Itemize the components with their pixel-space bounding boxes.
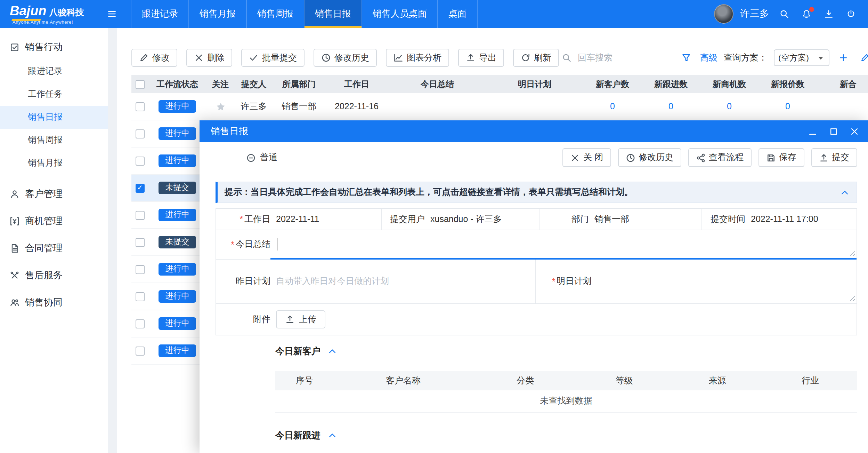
sidebar-item-跟进记录[interactable]: 跟进记录 — [0, 60, 108, 83]
menu-toggle-icon[interactable] — [104, 6, 120, 22]
row-checkbox[interactable] — [135, 292, 144, 301]
column-header-新报价数[interactable]: 新报价数 — [759, 78, 817, 90]
collapse-hint-icon[interactable] — [839, 188, 849, 197]
column-header-关注[interactable]: 关注 — [206, 78, 234, 90]
maximize-icon[interactable] — [828, 126, 839, 137]
search-box — [559, 50, 642, 65]
notifications-icon[interactable] — [798, 6, 814, 22]
star-icon[interactable] — [215, 101, 226, 112]
top-tab-销售周报[interactable]: 销售周报 — [246, 0, 304, 28]
column-header-新商机数[interactable]: 新商机数 — [700, 78, 759, 90]
download-icon[interactable] — [821, 6, 836, 22]
search-input[interactable] — [578, 53, 642, 63]
sidebar-item-销售月报[interactable]: 销售月报 — [0, 152, 108, 175]
top-tab-销售月报[interactable]: 销售月报 — [188, 0, 246, 28]
modal-view-flow-button[interactable]: 查看流程 — [688, 148, 751, 167]
clock-icon — [625, 153, 635, 162]
count-link[interactable]: 0 — [700, 102, 759, 111]
row-checkbox[interactable] — [135, 129, 144, 138]
row-checkbox[interactable] — [135, 102, 144, 111]
form-mode-toggle[interactable]: 普通 — [246, 152, 277, 164]
top-tab-销售人员桌面[interactable]: 销售人员桌面 — [362, 0, 437, 28]
status-badge: 进行中 — [159, 127, 196, 140]
workday-value[interactable]: 2022-11-11 — [270, 209, 319, 230]
sidebar-module-售后服务[interactable]: 售后服务 — [0, 262, 108, 289]
sidebar-module-商机管理[interactable]: 商机管理 — [0, 207, 108, 235]
count-link[interactable]: 0 — [642, 102, 700, 111]
minimize-icon[interactable] — [807, 126, 818, 137]
toolbar-export-button[interactable]: 导出 — [458, 49, 504, 67]
toolbar-check-button[interactable]: 批量提交 — [241, 49, 305, 67]
close-icon — [570, 153, 580, 162]
count-link[interactable]: 0 — [583, 102, 642, 111]
table-row[interactable]: 进行中许三多销售一部2022-11-160000 — [131, 93, 868, 120]
modal-history-button[interactable]: 修改历史 — [618, 148, 681, 167]
section-table: 序号客户名称分类等级来源行业未查找到数据 — [275, 371, 857, 413]
toolbar-clock-button[interactable]: 修改历史 — [314, 49, 377, 67]
upload-button[interactable]: 上传 — [276, 310, 325, 328]
app-window: Bajun 八骏科技 Anyone,Anytime,Anywhere! 跟进记录… — [0, 0, 868, 453]
resize-handle[interactable] — [849, 295, 855, 301]
column-header-工作日[interactable]: 工作日 — [325, 78, 389, 90]
resize-handle[interactable] — [849, 250, 855, 256]
top-tab-销售日报[interactable]: 销售日报 — [304, 0, 362, 28]
sidebar-item-工作任务[interactable]: 工作任务 — [0, 83, 108, 106]
section-title-今日新客户[interactable]: 今日新客户 — [275, 344, 857, 359]
row-checkbox[interactable] — [135, 319, 144, 328]
export-icon — [466, 53, 476, 63]
sidebar-item-销售周报[interactable]: 销售周报 — [0, 129, 108, 152]
row-checkbox[interactable] — [135, 238, 144, 247]
filter-funnel-icon[interactable] — [679, 50, 694, 65]
column-header-新客户数[interactable]: 新客户数 — [583, 78, 642, 90]
row-checkbox[interactable] — [135, 184, 144, 193]
row-checkbox[interactable] — [135, 347, 144, 356]
top-tab-跟进记录[interactable]: 跟进记录 — [131, 0, 188, 28]
advanced-filter-link[interactable]: 高级 — [700, 52, 717, 64]
top-tab-桌面[interactable]: 桌面 — [437, 0, 478, 28]
yesterday-plan-input[interactable]: 自动带入昨日对今日做的计划 — [270, 260, 536, 303]
edit-query-plan-icon[interactable] — [857, 50, 868, 65]
brand-logo[interactable]: Bajun 八骏科技 Anyone,Anytime,Anywhere! — [0, 3, 104, 24]
column-header-明日计划[interactable]: 明日计划 — [486, 78, 583, 90]
row-checkbox[interactable] — [135, 157, 144, 166]
toolbar-pencil-button[interactable]: 修改 — [131, 49, 177, 67]
row-checkbox[interactable] — [135, 211, 144, 220]
share-icon — [696, 153, 705, 162]
modal-submit-button[interactable]: 提交 — [811, 148, 857, 167]
logout-power-icon[interactable] — [843, 6, 858, 22]
row-checkbox[interactable] — [135, 265, 144, 274]
dept-label: 部门 — [540, 209, 589, 230]
column-header-所属部门[interactable]: 所属部门 — [273, 78, 325, 90]
avatar[interactable] — [714, 4, 733, 24]
modal-close-button[interactable]: 关 闭 — [562, 148, 611, 167]
search-icon[interactable] — [776, 6, 792, 22]
status-badge: 进行中 — [159, 263, 196, 276]
sidebar-section-sales-action[interactable]: 销售行动 — [0, 35, 108, 60]
sidebar-module-客户管理[interactable]: 客户管理 — [0, 180, 108, 207]
column-header-工作流状态[interactable]: 工作流状态 — [148, 78, 206, 90]
sidebar-item-销售日报[interactable]: 销售日报 — [0, 106, 108, 129]
query-plan-select[interactable]: (空方案) — [773, 49, 829, 66]
sidebar-module-销售协同[interactable]: 销售协同 — [0, 289, 108, 316]
modal-save-button[interactable]: 保存 — [758, 148, 804, 167]
count-link[interactable]: 0 — [759, 102, 817, 111]
form-mode-label: 普通 — [260, 152, 277, 164]
sidebar-module-合同管理[interactable]: 合同管理 — [0, 235, 108, 262]
chevron-up-icon[interactable] — [327, 347, 337, 356]
section-title-今日新跟进[interactable]: 今日新跟进 — [275, 428, 857, 443]
toolbar-chart-button[interactable]: 图表分析 — [386, 49, 449, 67]
add-query-plan-icon[interactable] — [835, 50, 851, 65]
tomorrow-plan-input[interactable] — [592, 260, 857, 303]
column-header-提交人[interactable]: 提交人 — [234, 78, 273, 90]
close-icon[interactable] — [849, 126, 860, 137]
chevron-up-icon[interactable] — [327, 431, 337, 440]
modal-actions: 关 闭修改历史查看流程保存提交 — [562, 148, 857, 167]
column-header-今日总结[interactable]: 今日总结 — [389, 78, 486, 90]
toolbar-close-button[interactable]: 删除 — [186, 49, 232, 67]
username[interactable]: 许三多 — [740, 8, 769, 20]
column-header-新合[interactable]: 新合 — [817, 78, 868, 90]
select-all-checkbox[interactable] — [135, 80, 144, 89]
toolbar-refresh-button[interactable]: 刷新 — [513, 49, 559, 67]
column-header-新跟进数[interactable]: 新跟进数 — [642, 78, 700, 90]
summary-input[interactable] — [270, 230, 856, 260]
